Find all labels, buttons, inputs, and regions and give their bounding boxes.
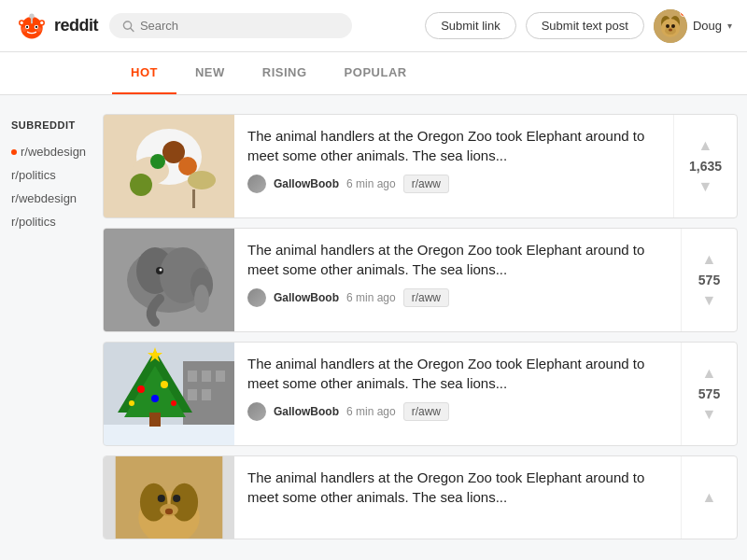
vote-area: ▲ 1,635 ▼ <box>673 115 737 217</box>
svg-point-27 <box>150 154 165 169</box>
svg-point-11 <box>21 26 26 31</box>
reddit-logo-icon <box>15 9 49 43</box>
tab-hot[interactable]: HOT <box>112 52 176 94</box>
svg-point-51 <box>137 385 145 393</box>
subreddit-tag[interactable]: r/aww <box>403 175 449 193</box>
sidebar-item-label: r/webdesign <box>11 191 77 205</box>
upvote-button[interactable]: ▲ <box>697 136 715 155</box>
downvote-button[interactable]: ▼ <box>697 177 715 196</box>
post-card: The animal handlers at the Oregon Zoo to… <box>103 228 738 332</box>
svg-point-12 <box>36 26 41 31</box>
poster-avatar <box>247 288 266 307</box>
sidebar-item-politics2[interactable]: r/politics <box>11 210 92 233</box>
svg-point-22 <box>669 28 672 31</box>
post-meta: GallowBoob 6 min ago r/aww <box>247 402 668 421</box>
svg-point-61 <box>158 495 165 502</box>
svg-rect-43 <box>202 371 211 382</box>
post-content: The animal handlers at the Oregon Zoo to… <box>234 115 673 217</box>
svg-point-8 <box>40 21 43 23</box>
post-content: The animal handlers at the Oregon Zoo to… <box>234 456 681 539</box>
svg-point-54 <box>171 400 176 406</box>
vote-count: 575 <box>698 386 720 401</box>
downvote-button[interactable]: ▼ <box>700 291 719 310</box>
post-content: The animal handlers at the Oregon Zoo to… <box>234 229 681 331</box>
sidebar-item-label: r/webdesign <box>21 145 86 159</box>
submit-text-button[interactable]: Submit text post <box>526 12 644 39</box>
thumbnail-xmas-image <box>104 343 234 445</box>
poster-name[interactable]: GallowBoob <box>274 177 339 190</box>
sidebar-item-webdesign2[interactable]: r/webdesign <box>11 187 92 210</box>
thumbnail-food-image <box>104 115 234 217</box>
svg-rect-46 <box>202 389 211 400</box>
post-title[interactable]: The animal handlers at the Oregon Zoo to… <box>247 354 668 393</box>
subreddit-tag[interactable]: r/aww <box>403 402 449 421</box>
svg-point-39 <box>194 285 209 313</box>
post-card: The animal handlers at the Oregon Zoo to… <box>103 114 738 218</box>
post-title[interactable]: The animal handlers at the Oregon Zoo to… <box>247 126 660 165</box>
vote-count: 575 <box>698 273 720 287</box>
tab-rising[interactable]: RISING <box>244 52 326 94</box>
svg-point-4 <box>35 25 37 27</box>
vote-area: ▲ <box>681 456 737 539</box>
post-thumbnail[interactable] <box>104 456 234 539</box>
search-icon <box>122 20 134 33</box>
header-actions: Submit link Submit text post Doug <box>425 9 732 43</box>
post-time: 6 min ago <box>346 177 396 190</box>
logo[interactable]: reddit <box>15 9 98 43</box>
poster-name[interactable]: GallowBoob <box>274 291 339 304</box>
svg-point-30 <box>188 171 216 189</box>
svg-rect-47 <box>104 425 234 445</box>
svg-rect-45 <box>188 389 197 400</box>
tab-new[interactable]: NEW <box>176 52 244 94</box>
upvote-button[interactable]: ▲ <box>700 364 719 383</box>
post-thumbnail[interactable] <box>104 343 234 445</box>
svg-rect-31 <box>192 189 195 208</box>
upvote-button[interactable]: ▲ <box>700 488 719 507</box>
svg-point-21 <box>671 24 675 28</box>
poster-name[interactable]: GallowBoob <box>274 405 339 418</box>
post-card: The animal handlers at the Oregon Zoo to… <box>103 455 738 539</box>
svg-point-55 <box>129 400 134 406</box>
search-bar[interactable] <box>109 13 352 38</box>
post-thumbnail[interactable] <box>104 115 234 217</box>
subreddit-tag[interactable]: r/aww <box>403 288 449 307</box>
sidebar-heading: SUBREDDIT <box>11 119 92 131</box>
tab-popular[interactable]: POPULAR <box>326 52 426 94</box>
post-time: 6 min ago <box>346 405 396 418</box>
post-card: The animal handlers at the Oregon Zoo to… <box>103 342 738 446</box>
svg-point-20 <box>666 24 669 28</box>
thumbnail-elephant-image <box>104 229 234 331</box>
sidebar-item-label: r/politics <box>11 215 56 229</box>
search-input[interactable] <box>140 19 339 33</box>
svg-point-29 <box>130 174 152 196</box>
avatar <box>654 9 687 43</box>
svg-point-64 <box>165 509 173 515</box>
main-layout: SUBREDDIT r/webdesign r/politics r/webde… <box>0 95 747 558</box>
svg-point-53 <box>151 395 159 402</box>
sidebar-item-label: r/politics <box>11 168 56 182</box>
user-menu[interactable]: Doug ▾ <box>654 9 732 43</box>
svg-point-59 <box>140 483 167 522</box>
svg-point-9 <box>29 13 34 18</box>
post-meta: GallowBoob 6 min ago r/aww <box>247 175 660 193</box>
downvote-button[interactable]: ▼ <box>700 405 719 424</box>
vote-area: ▲ 575 ▼ <box>681 343 737 445</box>
post-thumbnail[interactable] <box>104 229 234 331</box>
post-title[interactable]: The animal handlers at the Oregon Zoo to… <box>247 240 668 279</box>
svg-rect-50 <box>149 413 161 427</box>
svg-point-62 <box>173 495 180 502</box>
submit-link-button[interactable]: Submit link <box>425 12 516 39</box>
username: Doug <box>693 19 722 33</box>
chevron-down-icon: ▾ <box>727 21 732 31</box>
upvote-button[interactable]: ▲ <box>700 250 719 269</box>
post-title[interactable]: The animal handlers at the Oregon Zoo to… <box>247 468 668 507</box>
svg-rect-44 <box>216 371 225 382</box>
sidebar-item-webdesign1[interactable]: r/webdesign <box>11 140 92 163</box>
notification-indicator <box>11 149 17 155</box>
svg-point-60 <box>171 483 198 522</box>
svg-point-6 <box>21 21 23 23</box>
header: reddit Submit link Submit text post <box>0 0 747 52</box>
sidebar-item-politics1[interactable]: r/politics <box>11 163 92 187</box>
svg-line-14 <box>131 28 134 31</box>
svg-point-37 <box>160 269 162 272</box>
